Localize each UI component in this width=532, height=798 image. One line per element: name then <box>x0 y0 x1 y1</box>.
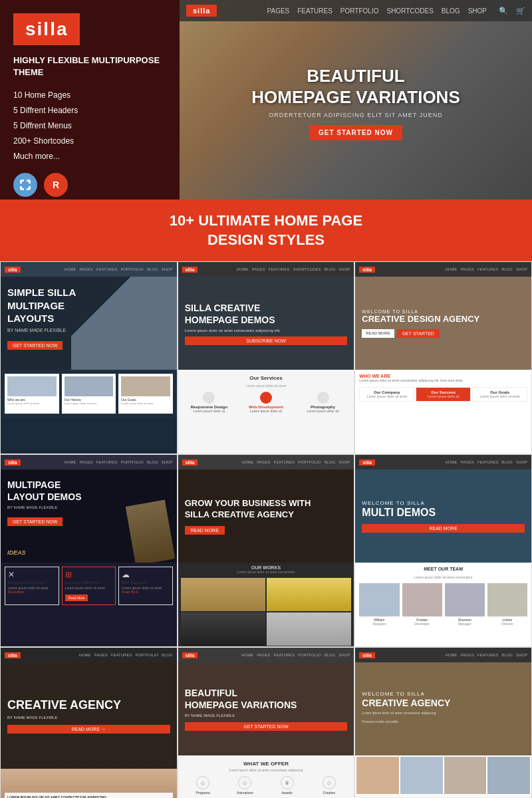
team-member-4: Lisbon Director <box>487 583 527 626</box>
card-desc2: Posuere mattis convallis. <box>362 720 525 724</box>
cart-icon[interactable]: 🛒 <box>516 7 525 15</box>
card-welcome-silla: silla HOME PAGES FEATURES BLOG SHOP Welc… <box>355 648 531 798</box>
card-title: CREATIVE DESIGN AGENCY <box>362 314 525 325</box>
card-nav-home: HOME <box>445 267 457 271</box>
card-nav-items: HOME PAGES FEATURES BLOG SHOP <box>445 267 527 271</box>
nav-portfolio[interactable]: PORTFOLIO <box>340 7 379 15</box>
creative-icon: ◇ <box>323 776 336 789</box>
card-nav: silla HOME PAGES FEATURES BLOG SHOP <box>355 262 531 277</box>
left-panel: silla HIGHLY FLEXIBLE MULTIPURPOSE THEME… <box>0 0 180 200</box>
card-welcome: Welcome to Silla <box>362 691 525 697</box>
card-nav-items: HOME PAGES FEATURES PORTFOLIO BLOG SHOP <box>65 460 173 464</box>
read-more-link[interactable]: Read More <box>8 590 56 594</box>
card-nav-pages: PAGES <box>460 653 473 657</box>
hero-cta-button[interactable]: GET STARTED NOW <box>309 125 402 140</box>
card-cta-button[interactable]: SUBSCRIBE NOW <box>185 336 348 345</box>
card-cta-button[interactable]: READ MORE <box>185 526 225 535</box>
card-title: BEAUTIFULHOMEPAGE VARIATIONS <box>185 687 348 711</box>
demo-grid-row2: silla HOME PAGES FEATURES PORTFOLIO BLOG… <box>0 454 532 647</box>
card-nav-pages: PAGES <box>252 267 265 271</box>
card-multi: silla HOME PAGES FEATURES BLOG SHOP WELC… <box>355 455 531 646</box>
card-title: CREATIVE AGENCY <box>362 697 525 709</box>
card-nav-features: FEATURES <box>96 460 118 464</box>
offer-programs: ◇ Programs <box>184 776 223 795</box>
card-nav-blog: BLOG <box>501 460 513 464</box>
get-started-button[interactable]: GET STARTED <box>397 329 440 338</box>
hero-title: BEAUTIFULHOMEPAGE VARIATIONS <box>251 66 460 107</box>
services-title: Our Services <box>182 375 350 381</box>
card-nav-pages: PAGES <box>257 460 270 464</box>
demo-card-grow-business: silla HOME PAGES FEATURES PORTFOLIO BLOG… <box>178 454 355 647</box>
pillar-text: Lorem ipsum dolor sit <box>419 394 467 398</box>
mini-panel-img <box>121 376 170 396</box>
card-subtitle: BY NAME MADE FLEXIBLE <box>7 716 170 720</box>
team-photo <box>359 583 399 616</box>
service-icon <box>203 392 215 404</box>
card-nav-items: HOME PAGES FEATURES PORTFOLIO BLOG <box>79 653 173 657</box>
offer-animations: ◇ Animations <box>225 776 265 795</box>
people-photos-row <box>355 755 531 795</box>
nav-shop[interactable]: SHOP <box>468 7 487 15</box>
card-hero: BEAUTIFULHOMEPAGE VARIATIONS BY NAME MAD… <box>178 662 354 755</box>
works-grid <box>178 575 354 646</box>
card-title: CREATIVE AGENCY <box>7 698 170 713</box>
mini-panel-text: Lorem ipsum dolor sit amet <box>7 402 57 405</box>
service-box-title: Responsive Design <box>8 581 56 585</box>
card-nav-portfolio: PORTFOLIO <box>298 460 321 464</box>
what-offer-subtitle: Lorem ipsum dolor sit amet consectetur a… <box>184 768 349 772</box>
card-nav-home: HOME <box>79 653 91 657</box>
read-more-link[interactable]: Read More <box>122 590 170 594</box>
service-icon: ✕ <box>8 570 56 579</box>
card-cta-button[interactable]: READ MORE → <box>7 725 170 733</box>
mini-panel-img <box>65 376 114 396</box>
nav-logo: silla <box>186 5 217 17</box>
card-nav-home: HOME <box>445 460 457 464</box>
demo-card-creative-agency: silla HOME PAGES FEATURES PORTFOLIO BLOG… <box>0 647 178 798</box>
card-title: MULTIPAGELAYOUT DEMOS <box>7 479 170 503</box>
card-logo: silla <box>182 652 198 658</box>
service-box-title: Layered PSD Files <box>65 581 113 585</box>
search-icon[interactable]: 🔍 <box>499 7 508 15</box>
nav-pages[interactable]: PAGES <box>267 7 290 15</box>
card-nav-pages: PAGES <box>94 653 108 657</box>
mini-panel-text: Lorem ipsum dolor sit amet <box>121 402 170 405</box>
animations-icon: ◇ <box>238 776 251 789</box>
pillar-text: Lorem ipsum dolor sit amet <box>362 394 411 398</box>
team-role: Manager <box>445 622 485 626</box>
demo-card-design-agency: silla HOME PAGES FEATURES BLOG SHOP WELC… <box>354 261 532 454</box>
nav-shortcodes[interactable]: SHORTCODES <box>386 7 433 15</box>
service-icon: ⊞ <box>65 570 113 579</box>
demo-grid-row1: silla HOME PAGES FEATURES PORTFOLIO BLOG… <box>0 261 532 454</box>
card-logo: silla <box>359 460 375 466</box>
card-nav-shop: SHOP <box>162 460 173 464</box>
card-nav-shop: SHOP <box>162 267 173 271</box>
framework-icons: R <box>13 173 166 197</box>
card-nav-portfolio: PORTFOLIO <box>120 460 144 464</box>
card-nav-shop: SHOP <box>338 267 350 271</box>
nav-features[interactable]: FEATURES <box>297 7 332 15</box>
card-cta-button[interactable]: GET STARTED NOW <box>7 517 63 526</box>
card-cta-button[interactable]: READ MORE <box>362 524 525 533</box>
nav-blog[interactable]: BLOG <box>442 7 460 15</box>
person-photo-3 <box>444 757 487 794</box>
hero-subtitle: ORDERTETUER ADIPISCING ELIT SIT AMET JUE… <box>251 112 460 118</box>
card-nav-pages: PAGES <box>80 267 93 271</box>
read-more-button[interactable]: Read More <box>65 595 88 601</box>
offer-name: Animations <box>225 791 265 795</box>
joomla-icon <box>13 173 37 197</box>
team-member-2: Frankie Developer <box>402 583 442 626</box>
services-section: Our Services Lorem ipsum dolor sit amet … <box>178 370 354 418</box>
demo-card-welcome-silla: silla HOME PAGES FEATURES BLOG SHOP Welc… <box>354 647 532 798</box>
what-offer-title: WHAT WE OFFER <box>184 761 349 767</box>
feature-list: 10 Home Pages 5 Diffrent Headers 5 Diffr… <box>13 88 166 164</box>
card-cta-button[interactable]: GET STARTED NOW <box>185 722 348 731</box>
card-title: MULTI DEMOS <box>362 506 525 520</box>
works-subtitle: Lorem ipsum dolor sit amet consectetur <box>182 570 350 574</box>
logo-text: silla <box>25 19 68 39</box>
logo-box[interactable]: silla <box>13 13 80 45</box>
read-more-button[interactable]: READ MORE <box>362 329 394 338</box>
card-nav-items: HOME PAGES FEATURES BLOG SHOP <box>445 460 527 464</box>
card-nav-portfolio: PORTFOLIO <box>120 267 144 271</box>
card-cta-button[interactable]: GET STARTED NOW <box>7 341 63 350</box>
card-nav-home: HOME <box>445 653 457 657</box>
